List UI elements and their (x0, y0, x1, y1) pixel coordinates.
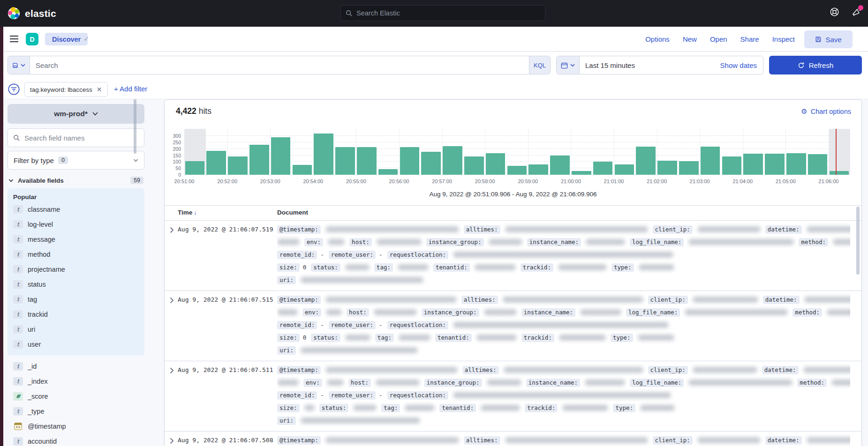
doc-table-row[interactable]: Aug 9, 2022 @ 21:06:07.519@timestamp:all… (165, 220, 861, 290)
histogram-bar[interactable] (249, 145, 269, 175)
hits-label: hits (199, 106, 211, 116)
field-name: _index (28, 378, 48, 385)
field-item-status[interactable]: tstatus (13, 277, 139, 292)
expand-row-icon[interactable] (170, 227, 174, 233)
date-range-picker[interactable]: Last 15 minutes Show dates (556, 56, 763, 74)
field-item-@timestamp[interactable]: @timestamp (13, 419, 139, 434)
histogram-bar[interactable] (421, 152, 441, 175)
doc-table-row[interactable]: Aug 9, 2022 @ 21:06:07.515@timestamp:all… (165, 290, 861, 361)
elastic-logo[interactable]: elastic (8, 7, 56, 20)
histogram-bar[interactable] (400, 147, 420, 175)
histogram-bar[interactable] (550, 156, 570, 175)
histogram-bar[interactable] (572, 171, 591, 175)
histogram-bar[interactable] (293, 165, 312, 175)
field-name-chip: alltimes: (464, 225, 500, 234)
field-item-_id[interactable]: t_id (13, 359, 139, 374)
field-item-_type[interactable]: t_type (13, 404, 139, 419)
space-avatar[interactable]: D (26, 33, 38, 45)
global-search-input[interactable]: Search Elastic (340, 5, 545, 21)
expand-row-icon[interactable] (170, 367, 174, 374)
histogram-bar[interactable] (743, 154, 763, 175)
field-item-accountid[interactable]: taccountid (13, 434, 139, 446)
refresh-button[interactable]: Refresh (769, 56, 862, 74)
histogram-bar[interactable] (830, 171, 849, 175)
sort-descending-icon[interactable]: ↓ (194, 209, 196, 216)
header-action-inspect[interactable]: Inspect (772, 35, 795, 43)
field-item-method[interactable]: tmethod (13, 247, 139, 262)
histogram-bar[interactable] (593, 162, 613, 175)
expand-row-icon[interactable] (170, 297, 174, 304)
field-name: _score (28, 393, 48, 400)
field-name-chip: host: (347, 308, 369, 317)
histogram-bar[interactable] (722, 156, 742, 175)
histogram-bar[interactable] (335, 147, 355, 175)
saved-query-menu-button[interactable] (8, 56, 30, 74)
field-name-chip: datetime: (765, 225, 802, 234)
filter-menu-icon[interactable] (8, 83, 20, 96)
field-item-_index[interactable]: t_index (13, 374, 139, 389)
histogram-bar[interactable] (808, 154, 828, 175)
histogram-bar[interactable] (701, 147, 720, 175)
histogram-bar[interactable] (185, 161, 205, 175)
header-action-open[interactable]: Open (710, 35, 727, 43)
histogram-bar[interactable] (786, 153, 806, 175)
histogram-chart[interactable]: 050100150200250300 (184, 131, 850, 175)
histogram-bar[interactable] (206, 151, 226, 175)
date-quick-menu-button[interactable] (557, 56, 580, 74)
histogram-bar[interactable] (486, 153, 506, 175)
field-item-user[interactable]: tuser (13, 337, 139, 352)
histogram-bar[interactable] (528, 164, 548, 175)
table-scrollbar[interactable] (856, 207, 860, 275)
filter-pill[interactable]: tag.keyword: lbaccess ✕ (24, 82, 108, 97)
chart-options-button[interactable]: ⚙ Chart options (801, 107, 851, 116)
help-button[interactable] (830, 7, 839, 17)
field-item-uri[interactable]: turi (13, 322, 139, 337)
save-button[interactable]: Save (804, 30, 853, 48)
newsfeed-button[interactable] (852, 7, 861, 17)
field-item-message[interactable]: tmessage (13, 232, 139, 247)
header-action-options[interactable]: Options (645, 35, 670, 43)
kql-search-input[interactable]: Search KQL (8, 56, 551, 74)
time-column-header[interactable]: Time↓ (178, 209, 197, 216)
header-action-share[interactable]: Share (740, 35, 759, 43)
histogram-bar[interactable] (679, 161, 699, 175)
filter-by-type-select[interactable]: Filter by type 0 (8, 151, 144, 170)
field-search-input[interactable]: Search field names (8, 128, 144, 147)
field-item-projectname[interactable]: tprojectname (13, 262, 139, 277)
doc-table-row[interactable]: Aug 9, 2022 @ 21:06:07.508@timestamp:all… (165, 431, 861, 446)
field-item-_score[interactable]: #_score (13, 389, 139, 404)
query-language-toggle[interactable]: KQL (529, 56, 550, 74)
sidebar-scrollbar[interactable] (134, 98, 136, 154)
field-value: - (379, 392, 383, 399)
histogram-bar[interactable] (615, 164, 634, 175)
histogram-bar[interactable] (357, 147, 377, 175)
histogram-bar[interactable] (271, 137, 291, 175)
histogram-bar[interactable] (507, 166, 527, 175)
filter-bar: tag.keyword: lbaccess ✕ + Add filter (0, 80, 868, 99)
field-item-trackid[interactable]: ttrackid (13, 307, 139, 322)
histogram-bar[interactable] (443, 146, 462, 175)
remove-filter-icon[interactable]: ✕ (97, 86, 102, 93)
histogram-bar[interactable] (657, 161, 677, 175)
histogram-bar[interactable] (636, 147, 656, 175)
header-action-new[interactable]: New (683, 35, 697, 43)
menu-hamburger-icon[interactable] (9, 35, 19, 43)
available-fields-header[interactable]: Available fields 59 (8, 177, 144, 184)
histogram-bar[interactable] (378, 169, 398, 175)
field-item-log-level[interactable]: tlog-level (13, 217, 139, 232)
doc-table-row[interactable]: Aug 9, 2022 @ 21:06:07.511@timestamp:all… (165, 361, 861, 431)
histogram-bar[interactable] (765, 154, 785, 175)
x-axis-tick-label: 21:02:00 (647, 178, 667, 184)
show-dates-link[interactable]: Show dates (720, 61, 757, 69)
expand-row-icon[interactable] (170, 438, 174, 444)
field-item-classname[interactable]: tclassname (13, 202, 139, 217)
time-range-value[interactable]: Last 15 minutes (585, 61, 635, 69)
histogram-bar[interactable] (464, 156, 484, 175)
add-filter-link[interactable]: + Add filter (114, 85, 147, 93)
field-item-tag[interactable]: ttag (13, 292, 139, 307)
histogram-bar[interactable] (314, 134, 333, 175)
breadcrumb[interactable]: Discover (45, 33, 88, 45)
index-pattern-selector[interactable]: wm-prod* (8, 104, 144, 124)
histogram-bar[interactable] (228, 156, 248, 175)
field-name-chip: env: (302, 308, 321, 317)
